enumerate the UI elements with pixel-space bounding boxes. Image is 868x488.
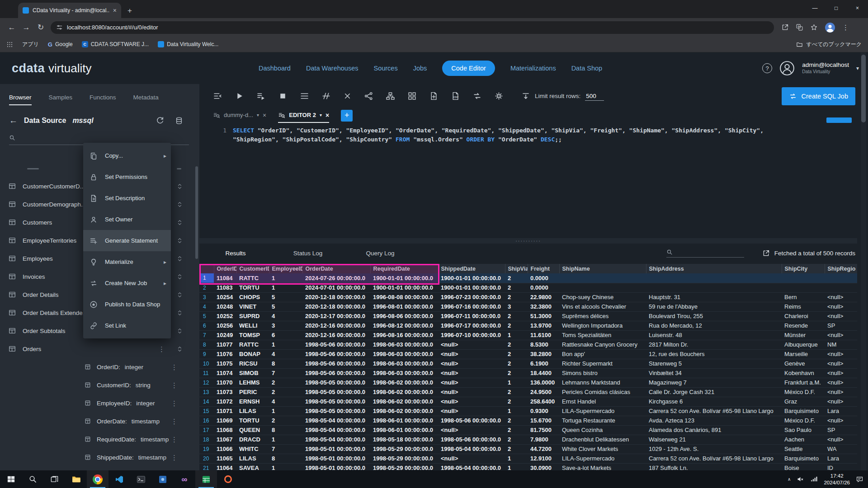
app-scrollbar[interactable]	[861, 52, 866, 470]
unfold-icon[interactable]	[176, 237, 183, 244]
vscode-button[interactable]	[108, 470, 130, 488]
kebab-menu-icon[interactable]: ⋮	[158, 346, 165, 352]
column-header[interactable]: EmployeeID	[269, 264, 302, 273]
nav-data-warehouses[interactable]: Data Warehouses	[306, 65, 359, 72]
column-list-item[interactable]: ShippedDate: timestamp ⋮	[0, 448, 199, 466]
sql-code[interactable]: SELECT "OrderID", "CustomerID", "Employe…	[233, 126, 769, 144]
network-icon[interactable]	[810, 475, 818, 483]
new-editor-tab-button[interactable]: +	[341, 110, 353, 122]
nav-dashboard[interactable]: Dashboard	[259, 65, 291, 72]
code-editor[interactable]: 1 SELECT "OrderID", "CustomerID", "Emplo…	[199, 123, 857, 238]
column-header[interactable]: ShippedDate	[438, 264, 505, 273]
panel-splitter[interactable]: ··········	[199, 238, 857, 244]
tab-close-icon[interactable]: ×	[326, 112, 329, 119]
window-minimize-button[interactable]: —	[804, 0, 826, 16]
tab-close-icon[interactable]: ×	[113, 7, 117, 14]
unfold-icon[interactable]	[176, 255, 183, 262]
ssms-button[interactable]	[195, 470, 217, 488]
user-avatar-icon[interactable]	[779, 61, 795, 76]
visual-studio-button[interactable]: ∞	[174, 470, 195, 488]
start-button[interactable]	[0, 470, 22, 488]
translate-icon[interactable]: A	[796, 23, 803, 31]
splitter-handle[interactable]: ··········	[515, 239, 541, 242]
table-row[interactable]: 20 11065 LILAS 8 1998-05-01 00:00:00.0 1…	[199, 454, 857, 463]
editor-scroll-indicator[interactable]	[826, 117, 852, 123]
nav-materializations[interactable]: Materializations	[510, 65, 556, 72]
menu-item-set-owner[interactable]: Set Owner	[83, 209, 171, 230]
tab-functions[interactable]: Functions	[90, 84, 116, 111]
table-list-item-orders[interactable]: Orders ⋮	[0, 340, 199, 358]
chrome-button[interactable]	[87, 470, 108, 488]
menu-item-materialize[interactable]: Materialize▸	[83, 251, 171, 272]
all-bookmarks-button[interactable]: すべてのブックマーク	[796, 41, 862, 48]
task-view-button[interactable]	[43, 470, 65, 488]
hidden-icons-chevron[interactable]: ∧	[788, 477, 791, 482]
url-text[interactable]: localhost:8080/account/#/u/0/editor	[67, 24, 158, 31]
nav-data-shop[interactable]: Data Shop	[571, 65, 603, 72]
format-code-icon[interactable]	[213, 91, 222, 101]
browser-profile-avatar[interactable]	[825, 22, 835, 33]
tab-status-log[interactable]: Status Log	[272, 250, 344, 257]
run-script-icon[interactable]	[256, 91, 266, 101]
tab-samples[interactable]: Samples	[49, 84, 73, 111]
nav-jobs[interactable]: Jobs	[413, 65, 427, 72]
kebab-menu-icon[interactable]: ⋮	[171, 400, 178, 407]
create-sql-job-button[interactable]: Create SQL Job	[782, 87, 855, 105]
column-list-item[interactable]: EmployeeID: integer ⋮	[0, 394, 199, 412]
table-row[interactable]: 2 11083 TORTU 1 2024-07-01 00:00:00.0 19…	[199, 283, 857, 292]
open-in-new-icon[interactable]	[762, 249, 770, 257]
tab-close-icon[interactable]: ×	[263, 112, 266, 119]
browser-menu-icon[interactable]: ⋮	[842, 23, 849, 32]
menu-item-set-description[interactable]: Set Description	[83, 188, 171, 209]
tab-query-log[interactable]: Query Log	[344, 250, 416, 257]
browser-tab[interactable]: CData Virtuality - admin@local... ×	[18, 3, 121, 18]
refresh-icon[interactable]	[156, 117, 164, 125]
remote-desktop-button[interactable]	[152, 470, 174, 488]
menu-item-create-new-job[interactable]: Create New Job▸	[83, 272, 171, 294]
kebab-menu-icon[interactable]: ⋮	[171, 418, 178, 425]
column-header[interactable]: CustomerID	[236, 264, 269, 273]
reload-icon[interactable]: ↻	[33, 23, 48, 32]
database-settings-icon[interactable]	[175, 117, 183, 125]
sidebar-scrollbar[interactable]	[195, 166, 198, 259]
execution-plan-icon[interactable]	[407, 91, 417, 101]
back-arrow-icon[interactable]: ←	[9, 116, 18, 126]
forward-icon[interactable]: →	[19, 23, 33, 32]
column-list-item[interactable]: OrderID: integer ⋮	[0, 358, 199, 376]
volume-muted-icon[interactable]	[797, 475, 804, 483]
tab-results[interactable]: Results	[199, 250, 272, 257]
url-bar[interactable]: localhost:8080/account/#/u/0/editor	[51, 21, 774, 34]
results-search-input[interactable]	[676, 249, 744, 255]
action-center-icon[interactable]	[856, 475, 863, 483]
limit-rows-input[interactable]	[585, 92, 604, 101]
editor-tab-dummy[interactable]: dummy-d... ▾ ×	[213, 108, 266, 123]
table-row[interactable]: 13 11073 PERIC 2 1998-05-05 00:00:00.0 1…	[199, 387, 857, 397]
results-search[interactable]	[666, 249, 744, 258]
table-row[interactable]: 8 11077 RATTC 1 1998-05-06 00:00:00.0 19…	[199, 340, 857, 349]
kebab-menu-icon[interactable]: ⋮	[171, 454, 178, 461]
nav-code-editor[interactable]: Code Editor	[442, 61, 495, 76]
table-row[interactable]: 5 10252 SUPRD 4 2020-12-17 00:00:00.0 19…	[199, 311, 857, 321]
toggle-comment-icon[interactable]	[321, 91, 331, 101]
apps-grid-icon[interactable]	[6, 41, 13, 48]
menu-item-copy[interactable]: Copy...▸	[83, 145, 171, 166]
column-header[interactable]: OrderDate	[302, 264, 370, 273]
window-close-button[interactable]: ×	[847, 0, 868, 16]
back-icon[interactable]: ←	[5, 23, 19, 32]
align-lines-icon[interactable]	[300, 91, 309, 101]
tab-chevron-down-icon[interactable]: ▾	[257, 113, 259, 117]
column-header[interactable]: ShipVia	[505, 264, 528, 273]
unfold-icon[interactable]	[176, 273, 183, 280]
table-row[interactable]: 14 11072 ERNSH 4 1998-05-05 00:00:00.0 1…	[199, 397, 857, 406]
tab-browser[interactable]: Browser	[9, 84, 32, 111]
column-list-item[interactable]: CustomerID: string ⋮	[0, 376, 199, 394]
kebab-menu-icon[interactable]: ⋮	[171, 364, 178, 371]
column-header[interactable]: ShipRegio	[825, 264, 857, 273]
menu-item-set-link[interactable]: Set Link	[83, 315, 171, 336]
bookmark-cdata[interactable]: CCDATA SOFTWARE J...	[82, 41, 149, 47]
table-row[interactable]: 16 11069 TORTU 2 1998-05-04 00:00:00.0 1…	[199, 416, 857, 425]
table-row[interactable]: 15 11071 LILAS 1 1998-05-05 00:00:00.0 1…	[199, 406, 857, 416]
unfold-icon[interactable]	[176, 310, 183, 316]
stop-icon[interactable]	[278, 91, 288, 101]
column-header[interactable]: ShipCity	[782, 264, 825, 273]
